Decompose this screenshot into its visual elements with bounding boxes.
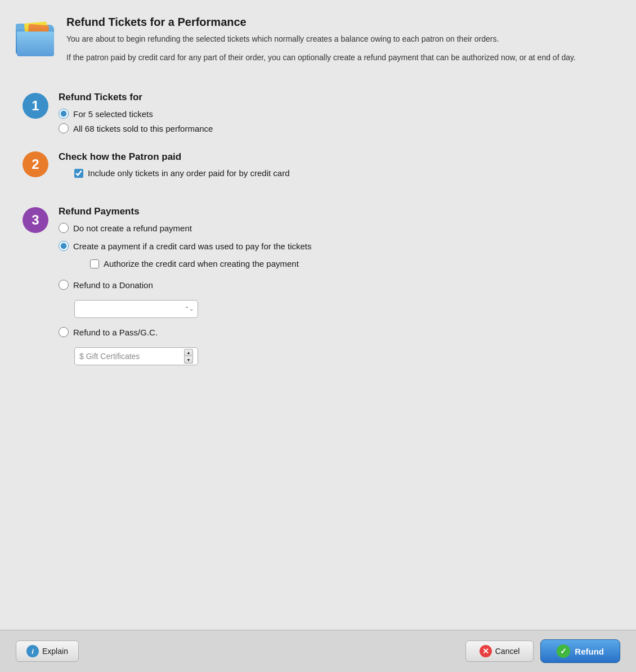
header-desc2: If the patron paid by credit card for an…: [66, 52, 616, 64]
step3-option4-row[interactable]: Refund to a Pass/G.C.: [59, 327, 613, 337]
explain-button[interactable]: i Explain: [16, 640, 79, 662]
step2-row: 2 Check how the Patron paid Include only…: [23, 150, 613, 182]
step1-content: Refund Tickets for For 5 selected ticket…: [59, 92, 613, 138]
step3-suboption1-label[interactable]: Authorize the credit card when creating …: [104, 259, 299, 268]
donation-select[interactable]: [74, 300, 198, 318]
step1-badge: 1: [23, 93, 48, 119]
step1-radio-selected[interactable]: [59, 109, 69, 119]
donation-dropdown-wrap: [74, 300, 613, 318]
content-section: 1 Refund Tickets for For 5 selected tick…: [0, 86, 636, 630]
step3-option1-row[interactable]: Do not create a refund payment: [59, 223, 613, 233]
dialog-title: Refund Tickets for a Performance: [66, 16, 616, 29]
refund-button[interactable]: ✓ Refund: [540, 639, 620, 663]
gift-cert-dropdown-wrap: $ Gift Certificates ▲ ▼: [74, 347, 613, 365]
explain-label: Explain: [42, 647, 68, 656]
step1-option1-label[interactable]: For 5 selected tickets: [73, 109, 153, 119]
step3-option2-row[interactable]: Create a payment if a credit card was us…: [59, 241, 613, 251]
credit-card-checkbox[interactable]: [74, 169, 83, 178]
step2-label: Check how the Patron paid: [59, 151, 613, 163]
gift-cert-select-box[interactable]: $ Gift Certificates ▲ ▼: [74, 347, 198, 365]
step3-radio-pass[interactable]: [59, 327, 69, 337]
step2-badge: 2: [23, 151, 48, 177]
step1-row: 1 Refund Tickets for For 5 selected tick…: [23, 92, 613, 138]
step3-radio-donation[interactable]: [59, 280, 69, 290]
step3-option2-label[interactable]: Create a payment if a credit card was us…: [73, 241, 312, 251]
step3-row: 3 Refund Payments Do not create a refund…: [23, 206, 613, 365]
cancel-icon: ✕: [480, 645, 492, 657]
dialog-icon: [16, 16, 56, 56]
header-section: Refund Tickets for a Performance You are…: [0, 0, 636, 75]
header-text: Refund Tickets for a Performance You are…: [66, 16, 616, 64]
step3-option3-row[interactable]: Refund to a Donation: [59, 280, 613, 290]
step3-badge: 3: [23, 207, 48, 233]
footer-section: i Explain ✕ Cancel ✓ Refund: [0, 630, 636, 672]
refund-payments-options: Do not create a refund payment Create a …: [59, 223, 613, 365]
cancel-label: Cancel: [495, 647, 520, 656]
step3-radio-none[interactable]: [59, 223, 69, 233]
dialog: Refund Tickets for a Performance You are…: [0, 0, 636, 672]
stepper-up-arrow[interactable]: ▲: [184, 349, 193, 356]
cancel-button[interactable]: ✕ Cancel: [465, 640, 534, 662]
step1-option2-label[interactable]: All 68 tickets sold to this performance: [73, 124, 213, 133]
step3-option1-label[interactable]: Do not create a refund payment: [73, 223, 192, 233]
step3-suboption1-row[interactable]: Authorize the credit card when creating …: [90, 259, 613, 268]
step2-content: Check how the Patron paid Include only t…: [59, 151, 613, 182]
step2-checkbox-label[interactable]: Include only tickets in any order paid f…: [88, 168, 290, 178]
stepper-down-arrow[interactable]: ▼: [184, 356, 193, 364]
step3-option3-label[interactable]: Refund to a Donation: [73, 280, 153, 290]
step1-radio-all[interactable]: [59, 123, 69, 133]
gift-cert-stepper[interactable]: ▲ ▼: [184, 349, 193, 364]
step3-content: Refund Payments Do not create a refund p…: [59, 206, 613, 365]
step3-radio-credit-card[interactable]: [59, 241, 69, 251]
step2-checkbox-row[interactable]: Include only tickets in any order paid f…: [74, 168, 613, 178]
header-desc1: You are about to begin refunding the sel…: [66, 33, 616, 45]
refund-check-icon: ✓: [557, 644, 570, 658]
info-icon: i: [26, 645, 39, 657]
gift-cert-placeholder: $ Gift Certificates: [79, 352, 184, 361]
step1-option1-row[interactable]: For 5 selected tickets: [59, 109, 613, 119]
donation-select-wrap[interactable]: [74, 300, 198, 318]
refund-label: Refund: [575, 647, 604, 656]
step1-option2-row[interactable]: All 68 tickets sold to this performance: [59, 123, 613, 133]
authorize-checkbox[interactable]: [90, 259, 99, 268]
step3-label: Refund Payments: [59, 206, 613, 217]
step3-option4-label[interactable]: Refund to a Pass/G.C.: [73, 328, 158, 337]
step1-label: Refund Tickets for: [59, 92, 613, 103]
